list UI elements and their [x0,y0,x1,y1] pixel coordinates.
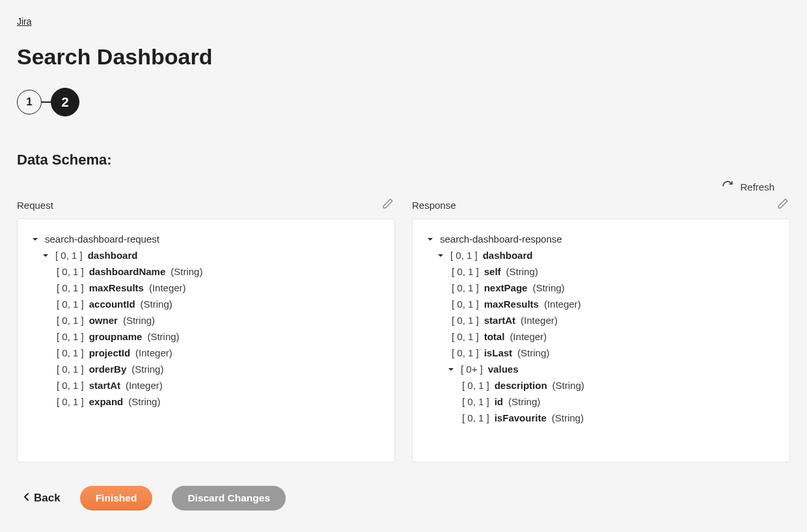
tree-field[interactable]: [ 0, 1 ] self (String) [426,263,776,280]
tree-cardinality: [ 0, 1 ] [450,250,478,261]
tree-cardinality: [ 0, 1 ] [462,396,489,407]
tree-cardinality: [ 0, 1 ] [57,347,84,358]
tree-field[interactable]: [ 0, 1 ] projectId (Integer) [31,345,381,361]
step-2[interactable]: 2 [51,88,79,116]
tree-cardinality: [ 0, 1 ] [57,282,84,293]
tree-field-type: (String) [508,396,540,407]
tree-cardinality: [ 0, 1 ] [452,315,479,326]
tree-field-name: isLast [484,347,512,358]
tree-cardinality: [ 0, 1 ] [462,380,489,391]
tree-cardinality: [ 0, 1 ] [462,412,489,423]
tree-field-name: accountId [89,299,135,310]
tree-cardinality: [ 0+ ] [461,364,483,375]
tree-cardinality: [ 0, 1 ] [452,347,479,358]
tree-cardinality: [ 0, 1 ] [57,364,84,375]
pencil-icon[interactable] [777,198,789,212]
page-title: Search Dashboard [17,44,790,70]
tree-field[interactable]: [ 0, 1 ] accountId (String) [31,296,381,312]
tree-group-name: dashboard [483,250,533,261]
breadcrumb-jira[interactable]: Jira [17,16,32,27]
tree-field-name: expand [89,396,124,407]
back-button[interactable]: Back [23,492,61,505]
step-connector [42,101,51,103]
step-1[interactable]: 1 [17,90,42,114]
request-label: Request [17,200,53,211]
chevron-down-icon [426,235,435,243]
tree-field-name: nextPage [484,282,528,293]
tree-field-type: (Integer) [126,380,163,391]
tree-group[interactable]: [ 0, 1 ] dashboard [426,247,776,263]
tree-field-type: (String) [147,331,179,342]
discard-changes-button[interactable]: Discard Changes [172,486,286,511]
tree-cardinality: [ 0, 1 ] [55,250,83,261]
tree-field[interactable]: [ 0, 1 ] maxResults (Integer) [426,296,776,312]
tree-field[interactable]: [ 0, 1 ] dashboardName (String) [31,263,381,280]
tree-field[interactable]: [ 0, 1 ] id (String) [426,393,776,410]
wizard-stepper: 1 2 [17,88,790,116]
tree-group[interactable]: [ 0, 1 ] dashboard [31,247,381,263]
tree-field-type: (Integer) [521,315,558,326]
tree-field-name: description [495,380,547,391]
tree-field[interactable]: [ 0, 1 ] groupname (String) [31,328,381,345]
tree-field-type: (String) [553,380,584,391]
response-schema-box: search-dashboard-response [ 0, 1 ] dashb… [412,219,790,462]
tree-field-type: (String) [506,266,538,277]
tree-field[interactable]: [ 0, 1 ] isFavourite (String) [426,410,776,426]
finished-button[interactable]: Finished [80,486,153,511]
tree-cardinality: [ 0, 1 ] [57,266,84,277]
tree-field-type: (Integer) [149,282,186,293]
tree-field[interactable]: [ 0, 1 ] startAt (Integer) [426,312,776,328]
chevron-down-icon [446,366,456,373]
tree-field[interactable]: [ 0, 1 ] orderBy (String) [31,361,381,377]
tree-field[interactable]: [ 0, 1 ] maxResults (Integer) [31,280,381,296]
tree-field-name: startAt [89,380,120,391]
tree-field[interactable]: [ 0, 1 ] description (String) [426,377,776,393]
tree-field-name: dashboardName [89,266,166,277]
tree-field-name: total [484,331,505,342]
tree-root-label: search-dashboard-response [440,233,562,245]
tree-field-name: isFavourite [495,412,547,423]
response-panel: Response search-dashboard-response [ 0, … [412,194,790,462]
tree-field[interactable]: [ 0, 1 ] isLast (String) [426,345,776,361]
tree-field[interactable]: [ 0, 1 ] startAt (Integer) [31,377,381,393]
tree-field-name: maxResults [484,299,539,310]
tree-group-values[interactable]: [ 0+ ] values [426,361,776,377]
tree-field-type: (String) [552,412,584,423]
tree-field[interactable]: [ 0, 1 ] total (Integer) [426,328,776,345]
tree-field-name: startAt [484,315,515,326]
refresh-icon [722,180,733,194]
tree-field[interactable]: [ 0, 1 ] owner (String) [31,312,381,328]
tree-field-type: (String) [517,347,549,358]
back-label: Back [34,492,61,505]
chevron-down-icon [31,235,40,243]
tree-root-label: search-dashboard-request [45,233,159,245]
tree-root[interactable]: search-dashboard-response [426,231,776,247]
tree-cardinality: [ 0, 1 ] [57,396,84,407]
tree-cardinality: [ 0, 1 ] [57,315,84,326]
tree-cardinality: [ 0, 1 ] [452,299,479,310]
tree-field-name: maxResults [89,282,144,293]
tree-field[interactable]: [ 0, 1 ] nextPage (String) [426,280,776,296]
tree-field-name: owner [89,315,118,326]
data-schema-heading: Data Schema: [17,152,790,168]
tree-field[interactable]: [ 0, 1 ] expand (String) [31,393,381,410]
tree-root[interactable]: search-dashboard-request [31,231,381,247]
tree-field-name: id [495,396,503,407]
tree-cardinality: [ 0, 1 ] [57,380,84,391]
tree-cardinality: [ 0, 1 ] [452,266,479,277]
tree-field-name: self [484,266,501,277]
tree-cardinality: [ 0, 1 ] [57,299,84,310]
pencil-icon[interactable] [382,198,394,212]
tree-field-type: (String) [123,315,155,326]
refresh-label: Refresh [740,181,774,193]
chevron-down-icon [41,252,50,259]
tree-field-name: projectId [89,347,130,358]
tree-field-type: (Integer) [510,331,547,342]
tree-field-type: (Integer) [544,299,581,310]
tree-cardinality: [ 0, 1 ] [452,331,479,342]
tree-field-type: (String) [532,282,564,293]
chevron-down-icon [436,252,445,259]
refresh-button[interactable]: Refresh [722,180,774,194]
tree-field-name: orderBy [89,364,127,375]
request-schema-box: search-dashboard-request [ 0, 1 ] dashbo… [17,219,395,462]
